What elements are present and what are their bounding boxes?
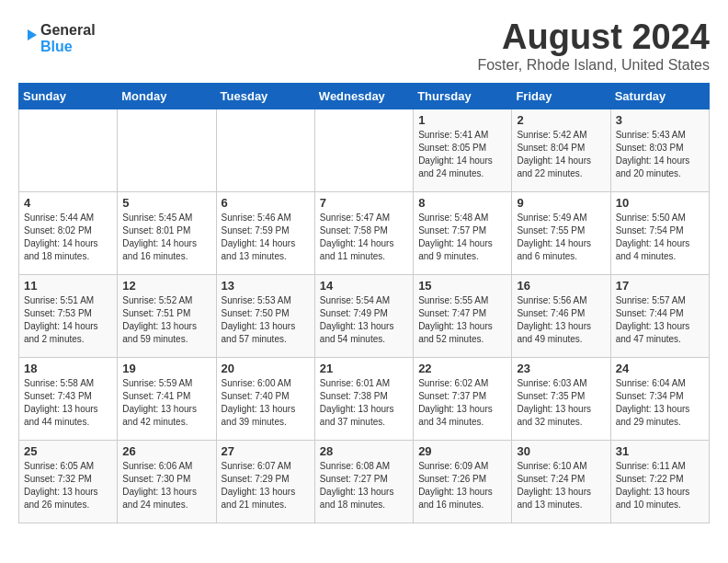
day-number: 1 — [418, 113, 506, 127]
day-number: 5 — [122, 196, 210, 210]
day-info: Sunrise: 6:02 AM Sunset: 7:37 PM Dayligh… — [418, 377, 506, 429]
day-number: 20 — [222, 362, 310, 375]
day-number: 21 — [320, 362, 408, 375]
day-info: Sunrise: 6:00 AM Sunset: 7:40 PM Dayligh… — [222, 377, 310, 429]
day-number: 12 — [122, 279, 210, 293]
day-info: Sunrise: 6:03 AM Sunset: 7:35 PM Dayligh… — [517, 377, 605, 429]
day-number: 29 — [418, 444, 506, 458]
day-info: Sunrise: 5:58 AM Sunset: 7:43 PM Dayligh… — [24, 377, 112, 429]
day-header-tuesday: Tuesday — [216, 83, 314, 109]
day-info: Sunrise: 5:56 AM Sunset: 7:46 PM Dayligh… — [517, 294, 605, 346]
day-header-friday: Friday — [512, 83, 610, 109]
calendar-cell: 26Sunrise: 6:06 AM Sunset: 7:30 PM Dayli… — [118, 440, 216, 523]
day-number: 18 — [24, 362, 112, 375]
day-info: Sunrise: 6:09 AM Sunset: 7:26 PM Dayligh… — [418, 460, 506, 511]
calendar-title: August 2024 — [477, 18, 710, 57]
day-number: 2 — [517, 113, 605, 127]
calendar-table: SundayMondayTuesdayWednesdayThursdayFrid… — [18, 83, 710, 523]
day-info: Sunrise: 5:55 AM Sunset: 7:47 PM Dayligh… — [418, 294, 506, 346]
day-number: 26 — [122, 444, 210, 458]
title-block: August 2024 Foster, Rhode Island, United… — [477, 18, 710, 74]
day-info: Sunrise: 5:41 AM Sunset: 8:05 PM Dayligh… — [418, 129, 506, 180]
day-info: Sunrise: 5:47 AM Sunset: 7:58 PM Dayligh… — [320, 212, 408, 263]
calendar-header: SundayMondayTuesdayWednesdayThursdayFrid… — [19, 83, 710, 109]
calendar-cell: 27Sunrise: 6:07 AM Sunset: 7:29 PM Dayli… — [216, 440, 314, 523]
day-number: 8 — [418, 196, 506, 210]
day-number: 19 — [122, 362, 210, 375]
week-row-4: 18Sunrise: 5:58 AM Sunset: 7:43 PM Dayli… — [19, 357, 710, 440]
day-info: Sunrise: 6:11 AM Sunset: 7:22 PM Dayligh… — [616, 460, 704, 511]
calendar-cell: 30Sunrise: 6:10 AM Sunset: 7:24 PM Dayli… — [512, 440, 610, 523]
logo: General Blue — [18, 22, 96, 54]
calendar-cell: 19Sunrise: 5:59 AM Sunset: 7:41 PM Dayli… — [118, 357, 216, 440]
calendar-cell: 4Sunrise: 5:44 AM Sunset: 8:02 PM Daylig… — [19, 191, 118, 274]
calendar-cell: 6Sunrise: 5:46 AM Sunset: 7:59 PM Daylig… — [216, 191, 314, 274]
day-info: Sunrise: 5:52 AM Sunset: 7:51 PM Dayligh… — [122, 294, 210, 346]
day-number: 14 — [320, 279, 408, 293]
day-info: Sunrise: 5:50 AM Sunset: 7:54 PM Dayligh… — [616, 212, 704, 263]
day-number: 22 — [418, 362, 506, 375]
day-info: Sunrise: 5:57 AM Sunset: 7:44 PM Dayligh… — [616, 294, 704, 346]
day-number: 10 — [616, 196, 704, 210]
day-header-wednesday: Wednesday — [314, 83, 413, 109]
day-info: Sunrise: 5:59 AM Sunset: 7:41 PM Dayligh… — [122, 377, 210, 429]
day-info: Sunrise: 5:54 AM Sunset: 7:49 PM Dayligh… — [320, 294, 408, 346]
day-info: Sunrise: 6:01 AM Sunset: 7:38 PM Dayligh… — [320, 377, 408, 429]
logo-container: General Blue — [18, 22, 96, 54]
calendar-cell: 18Sunrise: 5:58 AM Sunset: 7:43 PM Dayli… — [19, 357, 118, 440]
day-number: 15 — [418, 279, 506, 293]
day-number: 30 — [517, 444, 605, 458]
day-number: 3 — [616, 113, 704, 127]
calendar-cell: 9Sunrise: 5:49 AM Sunset: 7:55 PM Daylig… — [512, 191, 610, 274]
calendar-cell: 21Sunrise: 6:01 AM Sunset: 7:38 PM Dayli… — [314, 357, 413, 440]
day-number: 27 — [222, 444, 310, 458]
day-info: Sunrise: 6:05 AM Sunset: 7:32 PM Dayligh… — [24, 460, 112, 511]
calendar-cell: 15Sunrise: 5:55 AM Sunset: 7:47 PM Dayli… — [414, 274, 512, 357]
calendar-cell — [216, 109, 314, 191]
day-number: 24 — [616, 362, 704, 375]
day-info: Sunrise: 6:07 AM Sunset: 7:29 PM Dayligh… — [222, 460, 310, 511]
day-number: 9 — [517, 196, 605, 210]
day-info: Sunrise: 5:45 AM Sunset: 8:01 PM Dayligh… — [122, 212, 210, 263]
day-info: Sunrise: 5:43 AM Sunset: 8:03 PM Dayligh… — [616, 129, 704, 180]
calendar-cell: 23Sunrise: 6:03 AM Sunset: 7:35 PM Dayli… — [512, 357, 610, 440]
day-number: 13 — [222, 279, 310, 293]
calendar-cell: 14Sunrise: 5:54 AM Sunset: 7:49 PM Dayli… — [314, 274, 413, 357]
day-number: 23 — [517, 362, 605, 375]
calendar-cell: 28Sunrise: 6:08 AM Sunset: 7:27 PM Dayli… — [314, 440, 413, 523]
day-info: Sunrise: 6:08 AM Sunset: 7:27 PM Dayligh… — [320, 460, 408, 511]
svg-marker-0 — [28, 29, 37, 40]
logo-general-text: General — [40, 22, 96, 39]
day-info: Sunrise: 6:06 AM Sunset: 7:30 PM Dayligh… — [122, 460, 210, 511]
calendar-cell: 17Sunrise: 5:57 AM Sunset: 7:44 PM Dayli… — [610, 274, 709, 357]
calendar-cell — [118, 109, 216, 191]
day-info: Sunrise: 5:46 AM Sunset: 7:59 PM Dayligh… — [222, 212, 310, 263]
day-number: 7 — [320, 196, 408, 210]
day-info: Sunrise: 5:42 AM Sunset: 8:04 PM Dayligh… — [517, 129, 605, 180]
week-row-5: 25Sunrise: 6:05 AM Sunset: 7:32 PM Dayli… — [19, 440, 710, 523]
day-info: Sunrise: 6:04 AM Sunset: 7:34 PM Dayligh… — [616, 377, 704, 429]
logo-flag-icon — [18, 29, 37, 48]
day-header-sunday: Sunday — [19, 83, 118, 109]
calendar-cell: 13Sunrise: 5:53 AM Sunset: 7:50 PM Dayli… — [216, 274, 314, 357]
day-info: Sunrise: 5:51 AM Sunset: 7:53 PM Dayligh… — [24, 294, 112, 346]
calendar-cell: 1Sunrise: 5:41 AM Sunset: 8:05 PM Daylig… — [414, 109, 512, 191]
day-number: 28 — [320, 444, 408, 458]
calendar-cell: 7Sunrise: 5:47 AM Sunset: 7:58 PM Daylig… — [314, 191, 413, 274]
calendar-cell: 5Sunrise: 5:45 AM Sunset: 8:01 PM Daylig… — [118, 191, 216, 274]
calendar-cell: 11Sunrise: 5:51 AM Sunset: 7:53 PM Dayli… — [19, 274, 118, 357]
calendar-cell: 8Sunrise: 5:48 AM Sunset: 7:57 PM Daylig… — [414, 191, 512, 274]
day-header-saturday: Saturday — [610, 83, 709, 109]
calendar-cell: 20Sunrise: 6:00 AM Sunset: 7:40 PM Dayli… — [216, 357, 314, 440]
day-info: Sunrise: 5:49 AM Sunset: 7:55 PM Dayligh… — [517, 212, 605, 263]
calendar-cell: 24Sunrise: 6:04 AM Sunset: 7:34 PM Dayli… — [610, 357, 709, 440]
day-number: 17 — [616, 279, 704, 293]
day-number: 11 — [24, 279, 112, 293]
week-row-1: 1Sunrise: 5:41 AM Sunset: 8:05 PM Daylig… — [19, 109, 710, 191]
logo-blue-text: Blue — [40, 39, 96, 55]
day-number: 16 — [517, 279, 605, 293]
calendar-cell: 16Sunrise: 5:56 AM Sunset: 7:46 PM Dayli… — [512, 274, 610, 357]
calendar-cell — [19, 109, 118, 191]
day-header-thursday: Thursday — [414, 83, 512, 109]
calendar-cell: 3Sunrise: 5:43 AM Sunset: 8:03 PM Daylig… — [610, 109, 709, 191]
